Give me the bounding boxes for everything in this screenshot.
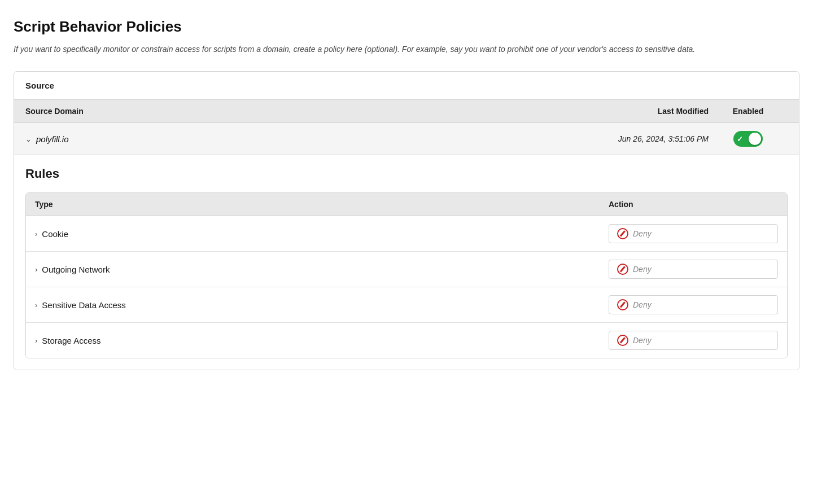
rule-type-label: Sensitive Data Access — [42, 300, 125, 310]
chevron-right-icon[interactable]: › — [35, 230, 37, 238]
deny-badge-storage-access[interactable]: Deny — [609, 331, 778, 350]
rule-row-cookie: › Cookie Deny — [26, 216, 787, 252]
chevron-right-icon[interactable]: › — [35, 301, 37, 309]
source-table-header: Source Domain Last Modified Enabled — [14, 100, 799, 123]
deny-label-outgoing-network: Deny — [633, 265, 652, 274]
rule-row-storage-access: › Storage Access Deny — [26, 323, 787, 358]
deny-icon-sensitive-data — [617, 299, 628, 310]
rules-section-header: Rules — [14, 155, 799, 186]
rule-action-cookie: Deny — [609, 224, 778, 243]
rule-type-label: Outgoing Network — [42, 265, 110, 274]
domain-name-value: polyfill.io — [36, 134, 69, 144]
chevron-right-icon[interactable]: › — [35, 265, 37, 274]
rule-action-outgoing-network: Deny — [609, 260, 778, 279]
chevron-right-icon[interactable]: › — [35, 336, 37, 345]
rule-action-sensitive-data: Deny — [609, 295, 778, 314]
rule-type-storage-access: › Storage Access — [35, 336, 609, 345]
source-domain-cell: ⌄ polyfill.io — [25, 134, 562, 144]
rule-type-sensitive-data: › Sensitive Data Access — [35, 300, 609, 310]
rule-row-sensitive-data: › Sensitive Data Access Deny — [26, 287, 787, 323]
last-modified-value: Jun 26, 2024, 3:51:06 PM — [562, 134, 709, 143]
deny-badge-outgoing-network[interactable]: Deny — [609, 260, 778, 279]
enabled-column-header: Enabled — [709, 107, 788, 116]
enabled-toggle-cell: ✓ — [709, 131, 788, 147]
deny-badge-sensitive-data[interactable]: Deny — [609, 295, 778, 314]
rule-type-label: Storage Access — [42, 336, 100, 345]
rule-row-outgoing-network: › Outgoing Network Deny — [26, 252, 787, 287]
deny-badge-cookie[interactable]: Deny — [609, 224, 778, 243]
toggle-check-icon: ✓ — [737, 135, 743, 143]
action-column-header: Action — [609, 200, 778, 209]
deny-label-storage-access: Deny — [633, 336, 652, 345]
page-title: Script Behavior Policies — [14, 18, 799, 36]
rule-type-cookie: › Cookie — [35, 229, 609, 239]
rules-section: Rules Type Action › Cookie — [14, 155, 799, 370]
deny-icon-cookie — [617, 228, 628, 239]
deny-label-cookie: Deny — [633, 229, 652, 238]
source-section-header: Source — [14, 72, 799, 100]
source-data-row: ⌄ polyfill.io Jun 26, 2024, 3:51:06 PM ✓ — [14, 123, 799, 155]
chevron-down-icon[interactable]: ⌄ — [25, 135, 32, 143]
rule-action-storage-access: Deny — [609, 331, 778, 350]
page-description: If you want to specifically monitor or c… — [14, 43, 781, 55]
rules-table-header: Type Action — [26, 193, 787, 216]
rule-type-label: Cookie — [42, 229, 68, 239]
deny-icon-storage-access — [617, 335, 628, 346]
policies-card: Source Source Domain Last Modified Enabl… — [14, 71, 799, 370]
rules-table: Type Action › Cookie Deny — [25, 192, 788, 358]
deny-icon-outgoing-network — [617, 264, 628, 275]
last-modified-column-header: Last Modified — [562, 107, 709, 116]
enabled-toggle[interactable]: ✓ — [733, 131, 763, 147]
deny-label-sensitive-data: Deny — [633, 300, 652, 309]
rule-type-outgoing-network: › Outgoing Network — [35, 265, 609, 274]
type-column-header: Type — [35, 200, 609, 209]
source-domain-column-header: Source Domain — [25, 107, 562, 116]
toggle-knob — [749, 133, 761, 145]
